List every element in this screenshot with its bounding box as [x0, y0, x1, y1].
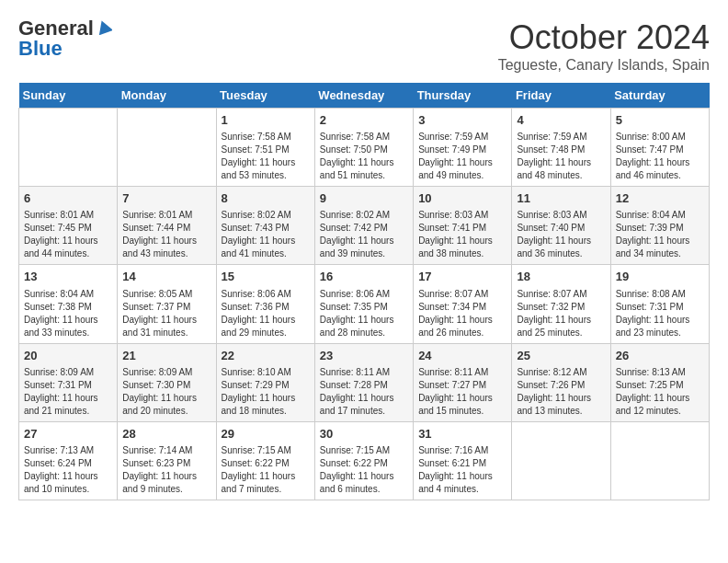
- day-info: Sunrise: 8:03 AM Sunset: 7:41 PM Dayligh…: [418, 209, 506, 260]
- page-header: General Blue October 2024 Tegueste, Cana…: [18, 18, 710, 74]
- calendar-cell: 31Sunrise: 7:16 AM Sunset: 6:21 PM Dayli…: [414, 421, 512, 500]
- calendar-cell: 27Sunrise: 7:13 AM Sunset: 6:24 PM Dayli…: [19, 421, 118, 500]
- day-number: 30: [320, 426, 408, 442]
- calendar-cell: 15Sunrise: 8:06 AM Sunset: 7:36 PM Dayli…: [216, 265, 314, 343]
- day-number: 29: [222, 426, 310, 442]
- day-number: 9: [320, 190, 408, 207]
- day-info: Sunrise: 8:01 AM Sunset: 7:45 PM Dayligh…: [24, 209, 112, 260]
- day-number: 8: [222, 190, 310, 207]
- calendar-cell: 23Sunrise: 8:11 AM Sunset: 7:28 PM Dayli…: [314, 343, 413, 421]
- day-number: 1: [222, 112, 310, 129]
- day-number: 3: [418, 112, 506, 129]
- calendar-cell: [610, 421, 709, 500]
- calendar-week-row: 13Sunrise: 8:04 AM Sunset: 7:38 PM Dayli…: [19, 265, 710, 343]
- day-number: 7: [122, 190, 210, 207]
- day-info: Sunrise: 7:58 AM Sunset: 7:50 PM Dayligh…: [320, 131, 408, 182]
- day-info: Sunrise: 8:11 AM Sunset: 7:27 PM Dayligh…: [418, 366, 506, 418]
- logo-blue-text: Blue: [18, 39, 63, 59]
- calendar-cell: 28Sunrise: 7:14 AM Sunset: 6:23 PM Dayli…: [118, 421, 216, 500]
- weekday-header: Tuesday: [216, 83, 314, 109]
- calendar-cell: 5Sunrise: 8:00 AM Sunset: 7:47 PM Daylig…: [610, 109, 709, 187]
- day-info: Sunrise: 8:01 AM Sunset: 7:44 PM Dayligh…: [122, 209, 210, 260]
- calendar-cell: 26Sunrise: 8:13 AM Sunset: 7:25 PM Dayli…: [610, 343, 709, 421]
- calendar-cell: 10Sunrise: 8:03 AM Sunset: 7:41 PM Dayli…: [414, 187, 512, 265]
- day-info: Sunrise: 8:00 AM Sunset: 7:47 PM Dayligh…: [616, 131, 704, 182]
- day-number: 5: [616, 112, 704, 129]
- title-section: October 2024 Tegueste, Canary Islands, S…: [498, 18, 710, 74]
- day-info: Sunrise: 8:04 AM Sunset: 7:38 PM Dayligh…: [24, 288, 112, 339]
- day-info: Sunrise: 8:07 AM Sunset: 7:34 PM Dayligh…: [418, 288, 506, 339]
- calendar-table: SundayMondayTuesdayWednesdayThursdayFrid…: [18, 83, 710, 500]
- day-number: 23: [320, 348, 408, 364]
- calendar-cell: 17Sunrise: 8:07 AM Sunset: 7:34 PM Dayli…: [414, 265, 512, 343]
- calendar-cell: 2Sunrise: 7:58 AM Sunset: 7:50 PM Daylig…: [314, 109, 413, 187]
- svg-marker-0: [96, 18, 112, 35]
- day-number: 28: [122, 426, 210, 442]
- day-info: Sunrise: 8:04 AM Sunset: 7:39 PM Dayligh…: [616, 209, 704, 260]
- weekday-header: Saturday: [610, 83, 709, 109]
- day-number: 21: [122, 348, 210, 364]
- day-number: 13: [24, 269, 112, 285]
- day-number: 4: [517, 112, 605, 129]
- day-number: 20: [24, 348, 112, 364]
- calendar-cell: 18Sunrise: 8:07 AM Sunset: 7:32 PM Dayli…: [512, 265, 610, 343]
- calendar-week-row: 27Sunrise: 7:13 AM Sunset: 6:24 PM Dayli…: [19, 421, 710, 500]
- day-info: Sunrise: 8:12 AM Sunset: 7:26 PM Dayligh…: [517, 366, 605, 418]
- day-number: 10: [418, 190, 506, 207]
- day-number: 24: [418, 348, 506, 364]
- day-info: Sunrise: 7:14 AM Sunset: 6:23 PM Dayligh…: [122, 444, 210, 496]
- day-info: Sunrise: 8:05 AM Sunset: 7:37 PM Dayligh…: [122, 288, 210, 339]
- weekday-header: Monday: [118, 83, 216, 109]
- day-number: 31: [418, 426, 506, 442]
- calendar-cell: 13Sunrise: 8:04 AM Sunset: 7:38 PM Dayli…: [19, 265, 118, 343]
- calendar-cell: 4Sunrise: 7:59 AM Sunset: 7:48 PM Daylig…: [512, 109, 610, 187]
- calendar-cell: 25Sunrise: 8:12 AM Sunset: 7:26 PM Dayli…: [512, 343, 610, 421]
- calendar-week-row: 1Sunrise: 7:58 AM Sunset: 7:51 PM Daylig…: [19, 109, 710, 187]
- day-number: 27: [24, 426, 112, 442]
- day-number: 22: [222, 348, 310, 364]
- day-number: 17: [418, 269, 506, 285]
- day-info: Sunrise: 8:03 AM Sunset: 7:40 PM Dayligh…: [517, 209, 605, 260]
- day-info: Sunrise: 8:02 AM Sunset: 7:43 PM Dayligh…: [222, 209, 310, 260]
- day-number: 14: [122, 269, 210, 285]
- calendar-cell: 7Sunrise: 8:01 AM Sunset: 7:44 PM Daylig…: [118, 187, 216, 265]
- day-number: 25: [517, 348, 605, 364]
- header-row: SundayMondayTuesdayWednesdayThursdayFrid…: [19, 83, 710, 109]
- calendar-body: 1Sunrise: 7:58 AM Sunset: 7:51 PM Daylig…: [19, 109, 710, 500]
- calendar-cell: 9Sunrise: 8:02 AM Sunset: 7:42 PM Daylig…: [314, 187, 413, 265]
- month-title: October 2024: [498, 18, 710, 57]
- day-number: 16: [320, 269, 408, 285]
- calendar-cell: 20Sunrise: 8:09 AM Sunset: 7:31 PM Dayli…: [19, 343, 118, 421]
- calendar-header: SundayMondayTuesdayWednesdayThursdayFrid…: [19, 83, 710, 109]
- calendar-cell: 14Sunrise: 8:05 AM Sunset: 7:37 PM Dayli…: [118, 265, 216, 343]
- calendar-cell: [19, 109, 118, 187]
- day-info: Sunrise: 8:11 AM Sunset: 7:28 PM Dayligh…: [320, 366, 408, 418]
- day-info: Sunrise: 8:13 AM Sunset: 7:25 PM Dayligh…: [616, 366, 704, 418]
- calendar-cell: 30Sunrise: 7:15 AM Sunset: 6:22 PM Dayli…: [314, 421, 413, 500]
- calendar-cell: 16Sunrise: 8:06 AM Sunset: 7:35 PM Dayli…: [314, 265, 413, 343]
- logo-general-text: General: [18, 18, 94, 39]
- day-info: Sunrise: 8:07 AM Sunset: 7:32 PM Dayligh…: [517, 288, 605, 339]
- day-info: Sunrise: 7:15 AM Sunset: 6:22 PM Dayligh…: [222, 444, 310, 496]
- day-info: Sunrise: 7:13 AM Sunset: 6:24 PM Dayligh…: [24, 444, 112, 496]
- location-text: Tegueste, Canary Islands, Spain: [498, 57, 710, 74]
- day-number: 18: [517, 269, 605, 285]
- calendar-cell: 6Sunrise: 8:01 AM Sunset: 7:45 PM Daylig…: [19, 187, 118, 265]
- calendar-cell: 12Sunrise: 8:04 AM Sunset: 7:39 PM Dayli…: [610, 187, 709, 265]
- logo-icon: [96, 18, 112, 35]
- day-info: Sunrise: 8:09 AM Sunset: 7:30 PM Dayligh…: [122, 366, 210, 418]
- calendar-cell: 22Sunrise: 8:10 AM Sunset: 7:29 PM Dayli…: [216, 343, 314, 421]
- day-number: 6: [24, 190, 112, 207]
- calendar-cell: 3Sunrise: 7:59 AM Sunset: 7:49 PM Daylig…: [414, 109, 512, 187]
- weekday-header: Sunday: [19, 83, 118, 109]
- day-info: Sunrise: 8:08 AM Sunset: 7:31 PM Dayligh…: [616, 288, 704, 339]
- day-number: 12: [616, 190, 704, 207]
- day-info: Sunrise: 8:09 AM Sunset: 7:31 PM Dayligh…: [24, 366, 112, 418]
- calendar-cell: 24Sunrise: 8:11 AM Sunset: 7:27 PM Dayli…: [414, 343, 512, 421]
- day-info: Sunrise: 7:59 AM Sunset: 7:48 PM Dayligh…: [517, 131, 605, 182]
- calendar-week-row: 6Sunrise: 8:01 AM Sunset: 7:45 PM Daylig…: [19, 187, 710, 265]
- weekday-header: Thursday: [414, 83, 512, 109]
- weekday-header: Wednesday: [314, 83, 413, 109]
- day-number: 11: [517, 190, 605, 207]
- day-info: Sunrise: 7:15 AM Sunset: 6:22 PM Dayligh…: [320, 444, 408, 496]
